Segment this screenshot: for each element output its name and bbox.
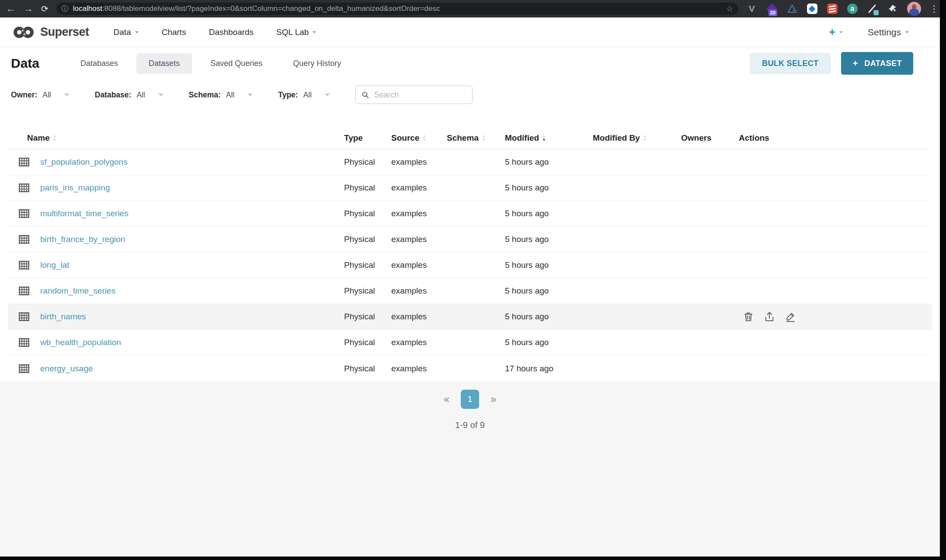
dataset-modified: 5 hours ago (505, 338, 593, 347)
sort-icon[interactable]: ▲▼ (482, 135, 486, 142)
sort-icon[interactable]: ▲▼ (422, 135, 426, 142)
browser-profile-avatar[interactable] (907, 2, 921, 16)
extension-v-icon[interactable]: V (746, 3, 758, 14)
menu-item-charts[interactable]: Charts (162, 28, 186, 37)
dataset-name-link[interactable]: paris_iris_mapping (40, 183, 110, 192)
sort-icon[interactable]: ▲▼ (643, 135, 647, 142)
dataset-grid-icon (8, 284, 40, 298)
row-actions (739, 311, 932, 323)
pagination-page-1-button[interactable]: 1 (461, 390, 479, 409)
filter-database[interactable]: Database: All (95, 90, 163, 100)
add-dataset-button[interactable]: + DATASET (841, 52, 913, 75)
menu-item-data[interactable]: Data (114, 28, 139, 37)
column-header-type: Type (344, 133, 391, 143)
delete-icon[interactable] (742, 311, 755, 323)
column-header-owners: Owners (681, 133, 739, 143)
filter-bar: Owner: All Database: All Schema: All Typ… (0, 80, 940, 114)
superset-navbar: Superset Data Charts Dashboards SQL Lab … (0, 17, 940, 47)
dataset-name-link[interactable]: random_time_series (40, 286, 115, 295)
page-content: Superset Data Charts Dashboards SQL Lab … (0, 17, 940, 379)
dataset-name-link[interactable]: wb_health_population (40, 338, 121, 347)
browser-back-icon[interactable]: ← (6, 4, 16, 14)
navbar-right: + Settings (829, 25, 928, 39)
table-row: birth_names Physical examples 5 hours ag… (8, 304, 932, 330)
bulk-select-button[interactable]: BULK SELECT (750, 53, 831, 74)
extensions-puzzle-icon[interactable] (887, 3, 898, 14)
sort-icon[interactable]: ▲▼ (53, 135, 57, 142)
dataset-type: Physical (344, 157, 391, 167)
page-title: Data (11, 56, 39, 71)
bookmark-star-icon[interactable]: ☆ (726, 4, 733, 14)
column-header-modified-by[interactable]: Modified By▲▼ (593, 133, 681, 143)
dataset-name-link[interactable]: birth_names (40, 312, 86, 321)
table-row: birth_france_by_region Physical examples… (8, 227, 932, 252)
dataset-type: Physical (344, 209, 391, 218)
dataset-grid-icon (8, 207, 40, 221)
menu-item-dashboards[interactable]: Dashboards (209, 28, 254, 37)
dataset-source: examples (391, 286, 447, 296)
browser-menu-icon[interactable]: ⋮ (930, 3, 939, 14)
chevron-down-icon (135, 31, 139, 33)
column-header-source[interactable]: Source▲▼ (391, 133, 447, 143)
search-box (355, 86, 473, 104)
screen-bottom-edge (0, 557, 946, 560)
url-text[interactable]: localhost:8088/tablemodelview/list/?page… (73, 4, 722, 13)
tab-databases[interactable]: Databases (68, 53, 130, 74)
chevron-down-icon (325, 93, 330, 97)
dataset-name-link[interactable]: birth_france_by_region (40, 235, 125, 244)
browser-toolbar: ← → ⟳ ⓘ localhost:8088/tablemodelview/li… (0, 0, 946, 17)
screen-right-edge (940, 0, 946, 560)
search-input[interactable] (374, 90, 467, 100)
tab-saved-queries[interactable]: Saved Queries (198, 53, 275, 74)
settings-menu[interactable]: Settings (868, 27, 909, 38)
dataset-source: examples (391, 338, 447, 347)
tab-query-history[interactable]: Query History (281, 53, 353, 74)
extension-purple-diamond-icon[interactable]: 20 (766, 3, 778, 14)
filter-owner[interactable]: Owner: All (11, 90, 70, 100)
dataset-type: Physical (344, 286, 391, 296)
datasets-table: Name▲▼ Type Source▲▼ Schema▲▼ Modified▲▼… (0, 114, 940, 381)
extension-a-circle-icon[interactable]: a (847, 3, 858, 14)
dataset-grid-icon (8, 310, 40, 324)
column-header-schema[interactable]: Schema▲▼ (447, 133, 505, 143)
pagination-prev-button[interactable]: « (444, 393, 449, 405)
filter-type[interactable]: Type: All (278, 90, 330, 100)
chevron-down-icon (313, 31, 316, 33)
dataset-type: Physical (344, 235, 391, 244)
browser-forward-icon[interactable]: → (24, 4, 33, 14)
dataset-modified: 5 hours ago (505, 286, 593, 296)
extension-triangle-icon[interactable] (786, 3, 798, 14)
dataset-name-link[interactable]: energy_usage (40, 364, 93, 373)
pagination-summary: 1-9 of 9 (0, 420, 940, 430)
browser-reload-icon[interactable]: ⟳ (41, 4, 49, 13)
dataset-grid-icon (8, 155, 40, 169)
dataset-modified: 5 hours ago (505, 260, 593, 270)
dataset-name-link[interactable]: sf_population_polygons (40, 157, 128, 166)
address-bar[interactable]: ⓘ localhost:8088/tablemodelview/list/?pa… (56, 3, 738, 15)
edit-icon[interactable] (784, 311, 796, 323)
site-info-icon[interactable]: ⓘ (62, 4, 69, 14)
dataset-name-link[interactable]: long_lat (40, 260, 70, 270)
dataset-grid-icon (8, 362, 40, 376)
new-item-button[interactable]: + (829, 25, 843, 39)
column-header-modified[interactable]: Modified▲▼ (505, 133, 593, 143)
menu-item-sql-lab[interactable]: SQL Lab (276, 28, 316, 37)
url-path: :8088/tablemodelview/list/?pageIndex=0&s… (102, 4, 440, 13)
extension-todoist-icon[interactable] (827, 3, 838, 14)
extension-pen-icon[interactable] (867, 3, 878, 14)
url-host: localhost (73, 4, 102, 13)
plus-icon: + (852, 58, 858, 69)
dataset-name-link[interactable]: multiformat_time_series (40, 209, 129, 218)
dataset-source: examples (391, 312, 447, 321)
export-icon[interactable] (763, 311, 776, 323)
extension-blue-diamond-icon[interactable] (807, 3, 818, 14)
pagination-next-button[interactable]: » (490, 393, 496, 405)
table-row: random_time_series Physical examples 5 h… (8, 278, 932, 304)
main-menu: Data Charts Dashboards SQL Lab (114, 28, 317, 37)
extension-badge: 20 (769, 10, 777, 16)
tab-datasets[interactable]: Datasets (136, 53, 192, 74)
column-header-name[interactable]: Name▲▼ (8, 133, 344, 143)
filter-schema[interactable]: Schema: All (189, 90, 253, 100)
superset-brand[interactable]: Superset (12, 25, 89, 39)
sort-desc-icon[interactable]: ▲▼ (542, 135, 546, 142)
